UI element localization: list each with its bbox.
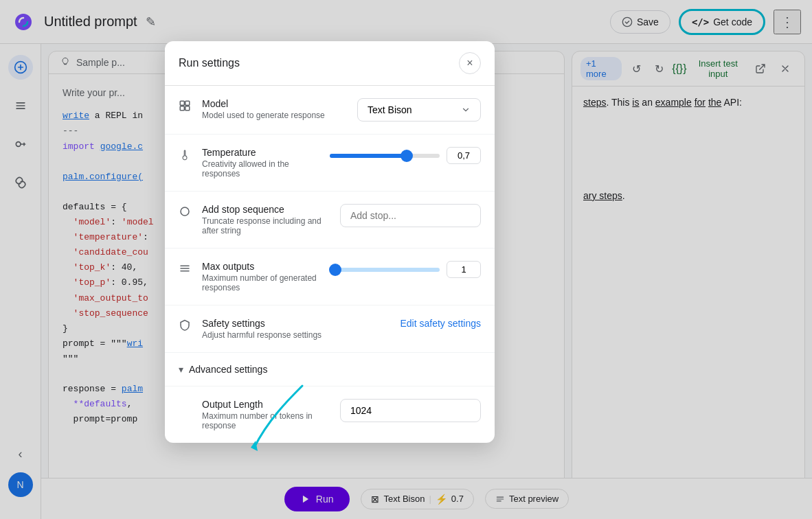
svg-point-15 [181, 207, 189, 216]
model-dropdown[interactable]: Text Bison [357, 98, 481, 122]
temperature-slider-fill [330, 154, 407, 158]
model-section: Model Model used to generate response Te… [165, 86, 495, 135]
temperature-label-group: Temperature Creativity allowed in the re… [202, 147, 319, 178]
model-icon [179, 100, 191, 115]
output-length-label-group: Output Length Maximum number of tokens i… [202, 399, 329, 430]
safety-section: Safety settings Adjust harmful response … [165, 305, 495, 353]
stop-sequence-section: Add stop sequence Truncate response incl… [165, 192, 495, 249]
max-outputs-section: Max outputs Maximum number of generated … [165, 249, 495, 305]
run-settings-scroll[interactable]: Model Model used to generate response Te… [165, 86, 495, 443]
run-settings-close-button[interactable]: × [459, 52, 481, 74]
temperature-slider-thumb[interactable] [401, 150, 413, 162]
output-length-sublabel: Maximum number of tokens in response [202, 411, 329, 430]
dropdown-chevron-icon [461, 105, 471, 115]
advanced-settings-toggle[interactable]: ▾ Advanced settings [165, 353, 495, 387]
stop-sequence-input[interactable] [340, 204, 481, 227]
temperature-value[interactable]: 0,7 [447, 147, 481, 164]
edit-safety-button[interactable]: Edit safety settings [400, 318, 481, 329]
max-outputs-slider-track[interactable] [330, 268, 440, 272]
output-length-section: Output Length Maximum number of tokens i… [165, 387, 495, 443]
run-settings-panel: Run settings × Model Model used to gener… [165, 41, 495, 443]
model-label: Model [202, 98, 346, 109]
stop-sequence-sublabel: Truncate response including and after st… [202, 216, 329, 235]
model-label-group: Model Model used to generate response [202, 98, 346, 120]
safety-control: Edit safety settings [400, 318, 481, 329]
temperature-label: Temperature [202, 147, 319, 158]
stop-sequence-icon [179, 205, 191, 221]
model-control: Text Bison [357, 98, 481, 122]
safety-label-group: Safety settings Adjust harmful response … [202, 318, 389, 340]
max-outputs-control: 1 [330, 261, 481, 278]
svg-rect-12 [185, 101, 190, 105]
model-sublabel: Model used to generate response [202, 111, 346, 120]
max-outputs-sublabel: Maximum number of generated responses [202, 273, 319, 292]
svg-rect-14 [185, 106, 190, 111]
max-outputs-slider-thumb[interactable] [329, 264, 341, 276]
safety-icon [179, 319, 191, 335]
temperature-section: Temperature Creativity allowed in the re… [165, 135, 495, 192]
svg-rect-11 [180, 101, 184, 105]
max-outputs-label: Max outputs [202, 261, 319, 272]
run-settings-header: Run settings × [165, 41, 495, 86]
output-length-control [340, 399, 481, 422]
output-length-input[interactable] [340, 399, 481, 422]
stop-sequence-control [340, 204, 481, 227]
stop-sequence-label: Add stop sequence [202, 204, 329, 215]
max-outputs-icon [179, 262, 191, 278]
temperature-sublabel: Creativity allowed in the responses [202, 159, 319, 178]
temperature-slider-track[interactable] [330, 154, 440, 158]
temperature-icon [179, 148, 191, 164]
model-value: Text Bison [368, 104, 412, 115]
stop-sequence-label-group: Add stop sequence Truncate response incl… [202, 204, 329, 235]
svg-rect-13 [180, 106, 184, 111]
advanced-settings-title: Advanced settings [189, 364, 267, 375]
safety-label: Safety settings [202, 318, 389, 329]
safety-sublabel: Adjust harmful response settings [202, 330, 389, 340]
svg-rect-17 [180, 268, 190, 269]
advanced-chevron-icon: ▾ [179, 364, 183, 375]
max-outputs-label-group: Max outputs Maximum number of generated … [202, 261, 319, 292]
svg-rect-16 [180, 266, 190, 267]
run-settings-title: Run settings [179, 57, 240, 69]
temperature-control: 0,7 [330, 147, 481, 164]
svg-rect-18 [180, 270, 190, 272]
output-length-label: Output Length [202, 399, 329, 410]
max-outputs-value[interactable]: 1 [447, 261, 481, 278]
